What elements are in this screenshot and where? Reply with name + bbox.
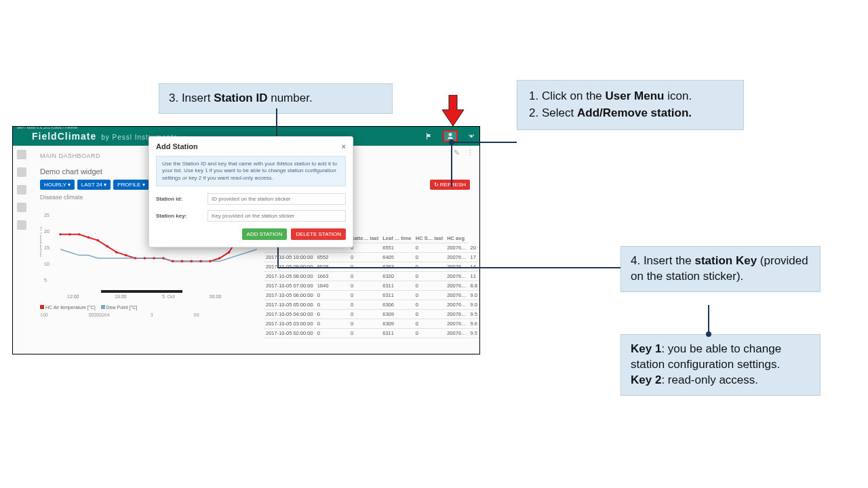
user-menu-icon[interactable] [443,130,458,142]
red-arrow-icon [442,95,464,126]
svg-point-16 [115,251,118,253]
c1-bold: User Menu [606,89,665,102]
svg-point-12 [78,233,81,236]
station-key-input[interactable] [208,210,346,222]
svg-point-21 [162,257,165,260]
c1-suffix: icon. [664,89,692,102]
svg-text:25: 25 [44,213,50,218]
station-id-input[interactable] [208,193,346,205]
broadcast-icon[interactable] [467,132,475,140]
modal-title: Add Station [156,142,198,150]
table-row: 2017-10-05 10:00:00655206405020076…17 [264,253,479,262]
refresh-button[interactable]: ↻ REFRESH [430,180,470,190]
k2-label: Key 2 [631,373,661,386]
table-header: Batte… last [349,234,380,243]
brand-name: FieldClimate [32,131,96,142]
svg-text:5. Oct: 5. Oct [162,294,175,299]
delete-station-button[interactable]: DELETE STATION [291,228,346,240]
svg-text:10: 10 [44,262,50,266]
build-label: dev / build 0.6.20170906 / Fennel [17,126,77,129]
main-header-icons: ✎ ⋮ [454,148,474,157]
table-row: 2017-10-05 05:00:00006306020076…9.0 [264,300,479,310]
callout-station-id: 3. Insert Station ID number. [159,83,393,114]
rail-item[interactable] [17,150,26,159]
app-screenshot: dev / build 0.6.20170906 / Fennel FieldC… [12,126,480,354]
svg-point-19 [143,257,146,260]
table-row: 2017-10-05 02:00:00006311020076…9.5 [264,329,479,338]
callout-keys-explain: Key 1: you be able to change station con… [620,334,821,396]
svg-rect-32 [101,290,182,293]
legend-dew-point: Dew Point [°C] [101,305,138,310]
svg-point-15 [106,245,108,248]
svg-text:Temperature [°C]: Temperature [°C] [40,226,42,258]
svg-point-23 [181,260,184,263]
c4-bold: station Key [695,254,757,267]
close-icon[interactable]: × [342,142,346,150]
hourly-button[interactable]: HOURLY ▾ [40,180,75,190]
modal-info: Use the Station ID and key that came wit… [156,156,346,186]
legend-air-temp: HC Air temperature [°C] [40,305,96,310]
table-header: HC S… last [414,234,445,243]
svg-point-22 [172,260,174,263]
station-id-label: Station id: [156,196,202,202]
flag-icon[interactable] [425,132,433,140]
rail-item[interactable] [17,167,26,177]
c4-prefix: 4. Insert the [631,254,695,267]
rail-item[interactable] [17,220,26,230]
k2-text: : read-only access. [661,373,758,386]
k1-label: Key 1 [631,342,661,355]
callout-user-menu: Click on the User Menu icon. Select Add/… [517,80,744,130]
last24-button[interactable]: LAST 24 ▾ [77,180,111,190]
table-row: 2017-10-05 03:00:00006309020076…9.6 [264,319,479,329]
station-key-label: Station key: [156,213,202,219]
svg-point-25 [199,260,202,263]
svg-point-18 [134,257,137,260]
c3-suffix: number. [267,92,312,104]
bottom-right-b: 60 [194,312,199,317]
table-row: 2017-10-05 08:00:00166306320020076…11 [264,272,479,281]
profile-button[interactable]: PROFILE ▾ [113,180,149,190]
c2-bold: Add/Remove station. [577,106,692,119]
c3-prefix: 3. Insert [169,92,214,104]
add-station-modal: Add Station × Use the Station ID and key… [149,136,353,247]
svg-text:18:00: 18:00 [115,294,127,299]
data-table: Preci… sumBatte… lastLeaf … timeHC S… la… [264,234,479,338]
svg-point-28 [228,251,231,253]
rail-item[interactable] [17,185,26,195]
callout-station-key: 4. Insert the station Key (provided on t… [620,246,821,292]
svg-point-20 [153,257,155,260]
edit-icon[interactable]: ✎ [454,148,460,157]
c3-bold: Station ID [214,92,267,104]
table-row: 2017-10-05 04:00:00006309020076…9.5 [264,310,479,319]
bottom-left-value: 100 [40,312,48,317]
table-header: Leaf … time [380,234,414,243]
more-icon[interactable]: ⋮ [467,148,474,157]
svg-point-27 [218,257,221,260]
bottom-right-a: 3 [151,312,153,317]
add-station-button[interactable]: ADD STATION [242,228,288,240]
left-rail [13,146,31,354]
svg-point-24 [191,260,193,263]
svg-text:5: 5 [44,278,47,283]
table-row: 2017-10-05 07:00:00184006311020076…8.8 [264,281,479,291]
table-row: 2017-10-05 09:00:00652806363020076…14 [264,262,479,272]
svg-text:15: 15 [44,245,50,250]
c2-prefix: Select [542,106,577,119]
svg-point-14 [96,239,99,242]
svg-point-11 [68,233,71,236]
svg-point-13 [87,236,90,239]
svg-text:12:00: 12:00 [67,294,79,299]
topbar-icons [425,127,475,146]
svg-text:06:00: 06:00 [210,294,222,299]
table-row: 2017-10-05 06:00:00006311020076…9.0 [264,291,479,300]
bottom-mid-label: 00000264 [89,312,110,317]
rail-item[interactable] [17,203,26,212]
svg-point-26 [209,260,212,263]
svg-point-10 [59,233,62,236]
svg-point-17 [125,254,127,257]
svg-text:20: 20 [44,229,50,234]
table-header: HC avg [445,234,468,243]
c1-prefix: Click on the [542,89,606,102]
